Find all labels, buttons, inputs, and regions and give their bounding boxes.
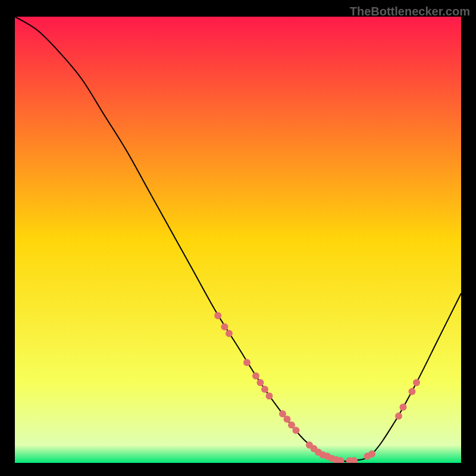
data-dot	[252, 372, 259, 380]
chart-svg	[15, 17, 461, 463]
data-dot	[400, 403, 407, 411]
data-dot	[395, 412, 402, 419]
data-dot	[413, 379, 420, 386]
watermark-text: TheBottlenecker.com	[350, 5, 470, 18]
data-dot	[214, 312, 221, 320]
data-dot	[284, 416, 291, 423]
chart-container: TheBottlenecker.com	[0, 0, 476, 476]
data-dot	[261, 386, 268, 393]
data-dot	[368, 450, 375, 458]
data-dot	[226, 330, 233, 337]
plot-area	[15, 17, 461, 463]
data-dot	[293, 427, 300, 434]
data-dot	[266, 393, 273, 400]
data-dot	[257, 379, 264, 386]
data-dot	[409, 388, 416, 395]
data-dot	[221, 323, 228, 330]
chart-background	[15, 17, 461, 463]
data-dot	[243, 359, 250, 366]
